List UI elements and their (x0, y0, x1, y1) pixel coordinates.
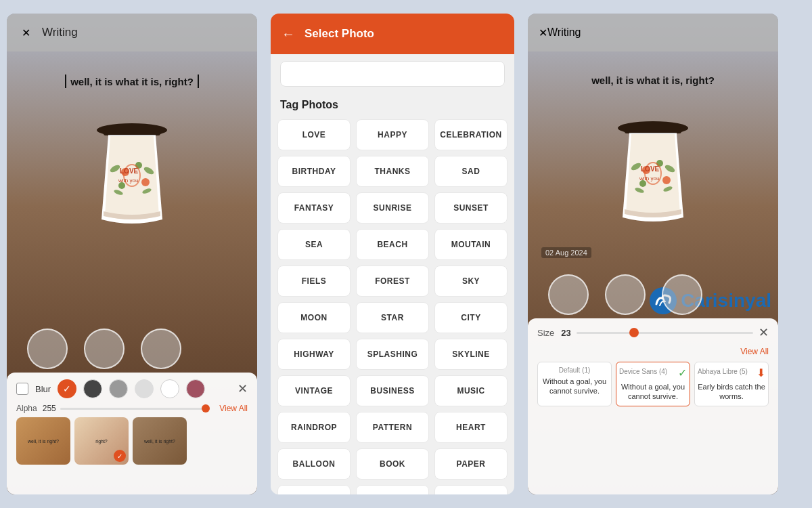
left-close-button[interactable]: ✕ (18, 24, 34, 41)
left-panel: ✕ Writing well, it is what it is, right? (7, 14, 257, 494)
size-value: 23 (561, 328, 570, 338)
thumb-2-text: right? (95, 439, 108, 444)
thumbnail-1[interactable]: well, it is right? (16, 417, 70, 465)
tag-item-heart[interactable]: HEART (434, 412, 508, 443)
color-swatch-white[interactable] (160, 379, 179, 398)
svg-rect-14 (625, 128, 681, 133)
tag-item-forest[interactable]: FOREST (356, 266, 429, 297)
tag-item-celebration[interactable]: CELEBRATION (434, 119, 508, 150)
tag-item-love[interactable]: LOVE (277, 119, 351, 150)
size-slider-dot (629, 328, 639, 337)
right-toolbar-row1: Size 23 ✕ (537, 325, 769, 340)
left-toolbar-row2: Alpha 255 View All (16, 404, 248, 413)
right-toolbar-close[interactable]: ✕ (759, 325, 769, 340)
tag-item-moutain[interactable]: MOUTAIN (434, 229, 508, 260)
tag-item-splashing[interactable]: SPLASHING (356, 339, 429, 370)
tag-item-sunset[interactable]: SUNSET (434, 192, 508, 224)
left-circle-btn-2[interactable] (84, 329, 125, 369)
tag-item-book[interactable]: BOOK (356, 448, 429, 480)
tag-item-fiels[interactable]: FIELS (277, 266, 351, 297)
left-panel-header: ✕ Writing (7, 14, 257, 51)
tag-item-beach[interactable]: BEACH (356, 229, 429, 260)
tag-item-music[interactable]: MUSIC (434, 375, 508, 406)
font-option-abhaya-preview: Early birds catch the worms. (698, 382, 765, 402)
font-check-icon: ✓ (678, 366, 687, 379)
size-label: Size (537, 328, 554, 338)
blur-label: Blur (35, 384, 51, 394)
check-circle-button[interactable]: ✓ (58, 379, 76, 398)
right-panel: ✕ Writing well, it is what it is, right?… (528, 14, 778, 494)
right-circle-btn-1[interactable] (548, 274, 589, 315)
left-circle-btn-3[interactable] (141, 329, 181, 369)
tag-item-balloon[interactable]: BALLOON (277, 448, 351, 480)
tag-item-paper[interactable]: PAPER (434, 448, 508, 480)
thumbnail-2[interactable]: right? ✓ (74, 417, 129, 465)
color-swatch-light[interactable] (135, 379, 154, 398)
font-option-default-name: Default (1) (559, 366, 591, 374)
left-view-all[interactable]: View All (219, 404, 248, 413)
font-option-device-sans[interactable]: Device Sans (4) ✓ Without a goal, you ca… (616, 362, 690, 406)
tag-item-pen[interactable]: PEN (356, 485, 429, 494)
tag-item-sunrise[interactable]: SUNRISE (356, 192, 429, 224)
tag-item-sad[interactable]: SAD (434, 156, 508, 187)
blur-checkbox[interactable] (16, 383, 28, 395)
font-option-abhaya-name: Abhaya Libre (5) (698, 368, 748, 375)
search-bar[interactable] (280, 61, 505, 87)
tag-item-skyline[interactable]: SKYLINE (434, 339, 508, 370)
right-view-all[interactable]: View All (740, 347, 769, 356)
color-swatch-rose[interactable] (186, 379, 205, 398)
left-writing-text-container: well, it is what it is, right? (64, 75, 200, 88)
left-toolbar-close[interactable]: ✕ (238, 381, 248, 396)
right-close-button[interactable]: ✕ (539, 26, 547, 39)
font-download-icon[interactable]: ⬇ (757, 366, 765, 379)
tag-item-business[interactable]: BUSINESS (356, 375, 429, 406)
thumbnail-3[interactable]: well, it is right? (133, 417, 187, 465)
search-bar-container (271, 54, 514, 93)
right-circle-btn-2[interactable] (605, 274, 646, 315)
left-writing-text: well, it is what it is, right? (70, 76, 194, 87)
alpha-slider-track[interactable] (60, 408, 210, 410)
size-slider-track[interactable] (577, 332, 753, 334)
tag-item-fantasy[interactable]: FANTASY (277, 192, 351, 224)
left-circle-buttons (27, 329, 181, 369)
tag-item-camera[interactable]: CAMERA (434, 485, 508, 494)
tag-item-happy[interactable]: HAPPY (356, 119, 429, 150)
font-options: Default (1) Without a goal, you cannot s… (537, 362, 769, 406)
font-option-abhaya[interactable]: Abhaya Libre (5) ⬇ Early birds catch the… (694, 362, 769, 406)
right-panel-header: ✕ Writing (528, 14, 778, 51)
tag-item-thanks[interactable]: THANKS (356, 156, 429, 187)
left-bottom-toolbar: Blur ✓ ✕ Alpha 255 View All well, it is … (7, 373, 257, 494)
svg-point-5 (141, 178, 150, 186)
thumbnail-row: well, it is right? right? ✓ well, it is … (16, 417, 248, 465)
svg-text:LOVE: LOVE (641, 165, 660, 173)
left-circle-btn-1[interactable] (27, 329, 68, 369)
color-swatch-dark[interactable] (83, 379, 102, 398)
tag-item-moon[interactable]: MOON (277, 302, 351, 333)
color-swatch-gray[interactable] (109, 379, 128, 398)
right-bottom-toolbar: Size 23 ✕ View All Default (1) Without a… (528, 318, 778, 494)
tag-item-star[interactable]: STAR (356, 302, 429, 333)
back-arrow-button[interactable]: ← (281, 26, 295, 42)
font-option-device-preview: Without a goal, you cannot survive. (619, 382, 687, 402)
alpha-slider-dot (202, 404, 210, 412)
left-cursor-end (198, 75, 199, 88)
tag-item-coffee[interactable]: COFFEE (277, 485, 351, 494)
font-option-default[interactable]: Default (1) Without a goal, you cannot s… (537, 362, 612, 406)
tag-item-vintage[interactable]: VINTAGE (277, 375, 351, 406)
tag-item-highway[interactable]: HIGHWAY (277, 339, 351, 370)
tag-item-city[interactable]: CITY (434, 302, 508, 333)
middle-header-title: Select Photo (304, 27, 374, 41)
right-writing-text: well, it is what it is, right? (591, 75, 715, 86)
tag-item-sea[interactable]: SEA (277, 229, 351, 260)
thumb-1-text: well, it is right? (28, 439, 59, 444)
tag-item-pattern[interactable]: PATTERN (356, 412, 429, 443)
tag-item-raindrop[interactable]: RAINDROP (277, 412, 351, 443)
thumb-2-check: ✓ (114, 450, 126, 462)
tag-item-birthday[interactable]: BIRTHDAY (277, 156, 351, 187)
tag-item-sky[interactable]: SKY (434, 266, 508, 297)
date-badge: 02 Aug 2024 (541, 247, 591, 258)
svg-text:with you: with you (639, 175, 659, 182)
svg-text:LOVE: LOVE (120, 167, 139, 175)
right-panel-title: Writing (547, 26, 581, 39)
right-circle-btn-3[interactable] (662, 274, 702, 315)
